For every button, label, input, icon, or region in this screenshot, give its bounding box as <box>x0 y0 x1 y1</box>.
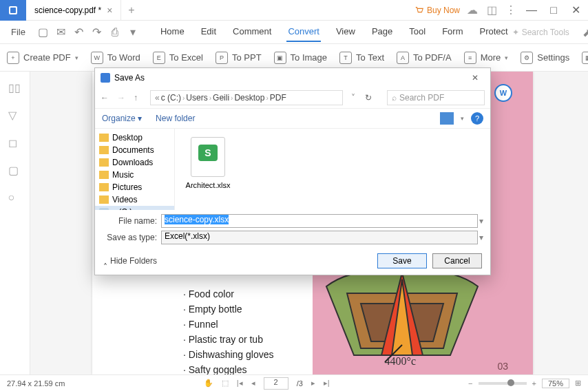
tree-item[interactable]: Pictures <box>95 181 174 193</box>
breadcrumb-item[interactable]: PDF <box>270 93 286 103</box>
to-ppt-button[interactable]: PTo PPT <box>216 52 262 64</box>
maximize-button[interactable]: □ <box>545 2 562 19</box>
view-mode-button[interactable] <box>440 112 454 125</box>
hide-folders-button[interactable]: ˅Hide Folders <box>103 256 157 266</box>
batch-icon: ▦ <box>582 52 588 64</box>
tree-item[interactable]: Desktop <box>95 131 174 144</box>
redo-icon[interactable]: ↷ <box>90 25 104 39</box>
page-total: /3 <box>297 379 303 388</box>
file-type-select[interactable]: Excel(*.xlsx) <box>161 231 478 244</box>
new-tab-button[interactable]: + <box>121 4 141 17</box>
zoom-in-button[interactable]: + <box>532 379 536 388</box>
breadcrumb-item[interactable]: c (C:) <box>161 93 181 103</box>
refresh-button[interactable]: ↻ <box>359 93 377 103</box>
settings-button[interactable]: ⚙Settings <box>521 52 569 64</box>
thumbnails-icon[interactable]: ▯▯ <box>8 81 22 95</box>
comment-icon[interactable]: ◻ <box>8 136 22 150</box>
tree-item[interactable]: Downloads <box>95 156 174 169</box>
batch-convert-button[interactable]: ▦Batch Conve› <box>582 52 588 64</box>
menu-home[interactable]: Home <box>159 22 186 42</box>
bookmark-icon[interactable]: ▽ <box>8 109 22 123</box>
new-folder-button[interactable]: New folder <box>156 114 195 123</box>
nav-up-button[interactable]: ↑ <box>134 93 146 103</box>
file-name-label: File name: <box>102 216 161 226</box>
prev-page-button[interactable]: ◂ <box>251 379 255 388</box>
to-pdfa-button[interactable]: ATo PDF/A <box>397 52 452 64</box>
help-button[interactable]: ? <box>471 112 483 125</box>
nav-forward-button[interactable]: → <box>117 93 129 103</box>
cancel-button[interactable]: Cancel <box>432 253 482 268</box>
image-icon: ▣ <box>274 52 286 64</box>
zoom-value[interactable]: 75% <box>542 379 569 388</box>
to-image-button[interactable]: ▣To Image <box>274 52 327 64</box>
search-tools-input[interactable]: ✦ Search Tools <box>512 28 574 37</box>
to-word-button[interactable]: WTo Word <box>91 52 140 64</box>
menu-edit[interactable]: Edit <box>200 22 218 42</box>
open-external-icon[interactable]: ⬈ <box>582 26 588 39</box>
breadcrumb-item[interactable]: Users <box>186 93 207 103</box>
pdfa-icon: A <box>397 52 409 64</box>
tree-item[interactable]: Documents <box>95 144 174 156</box>
menu-page[interactable]: Page <box>370 22 394 42</box>
to-text-button[interactable]: TTo Text <box>339 52 384 64</box>
print-icon[interactable]: ⎙ <box>108 25 122 39</box>
attachment-icon[interactable]: ▢ <box>8 164 22 178</box>
tree-item[interactable]: Music <box>95 169 174 181</box>
create-pdf-button[interactable]: +Create PDF▾ <box>7 52 78 64</box>
menu-view[interactable]: View <box>335 22 357 42</box>
first-page-button[interactable]: |◂ <box>237 379 243 388</box>
nav-back-button[interactable]: ← <box>101 93 113 103</box>
file-menu[interactable]: File <box>6 27 31 37</box>
next-page-button[interactable]: ▸ <box>311 379 315 388</box>
notify-icon[interactable]: ◫ <box>485 3 498 17</box>
to-excel-button[interactable]: ETo Excel <box>153 52 203 64</box>
cloud-icon[interactable]: ☁ <box>465 3 479 17</box>
buy-now-link[interactable]: Buy Now <box>414 6 460 15</box>
more-menu-icon[interactable]: ⋮ <box>504 3 518 17</box>
dialog-close-button[interactable]: ✕ <box>465 73 485 83</box>
tree-item[interactable]: Videos <box>95 193 174 206</box>
organize-menu[interactable]: Organize ▾ <box>102 114 142 123</box>
menu-protect[interactable]: Protect <box>478 22 509 42</box>
last-page-button[interactable]: ▸| <box>324 379 330 388</box>
close-tab-icon[interactable]: × <box>107 5 112 16</box>
search-folder-input[interactable]: ⌕Search PDF <box>387 90 485 105</box>
path-dropdown-icon[interactable]: ˅ <box>351 93 355 103</box>
text-icon: T <box>339 52 352 64</box>
zoom-out-button[interactable]: − <box>468 379 472 388</box>
wand-icon: ✦ <box>512 28 519 37</box>
filename-dropdown-icon[interactable]: ▾ <box>479 216 483 226</box>
close-button[interactable]: ✕ <box>567 2 584 19</box>
ppt-icon: P <box>216 52 228 64</box>
breadcrumb-item[interactable]: Desktop <box>234 93 264 103</box>
file-name-input[interactable]: science-copy.xlsx <box>161 214 478 228</box>
filetype-dropdown-icon[interactable]: ▾ <box>479 233 483 242</box>
save-button[interactable]: Save <box>377 253 427 268</box>
file-name: Architect.xlsx <box>183 181 233 189</box>
more-button[interactable]: ≡More▾ <box>464 52 509 64</box>
select-tool-icon[interactable]: ⬚ <box>222 379 229 388</box>
cart-icon <box>414 6 424 15</box>
search-icon[interactable]: ○ <box>8 191 22 205</box>
menu-comment[interactable]: Comment <box>231 22 273 42</box>
svg-rect-1 <box>10 8 16 13</box>
menu-form[interactable]: Form <box>441 22 464 42</box>
xlsx-icon: S <box>198 145 218 161</box>
menu-convert[interactable]: Convert <box>286 22 321 42</box>
mail-icon[interactable]: ✉ <box>54 25 68 39</box>
zoom-slider[interactable] <box>479 382 527 385</box>
chevron-down-icon[interactable]: ▾ <box>126 25 140 39</box>
breadcrumb-item[interactable]: Geili <box>213 93 229 103</box>
hand-tool-icon[interactable]: ✋ <box>204 379 213 388</box>
minimize-button[interactable]: — <box>523 2 540 19</box>
fit-page-icon[interactable]: ⊞ <box>575 379 581 388</box>
page-number: 03 <box>497 361 508 372</box>
page-dimensions: 27.94 x 21.59 cm <box>7 379 65 388</box>
menu-tool[interactable]: Tool <box>408 22 427 42</box>
document-tab[interactable]: science-copy.pdf * × <box>26 0 121 21</box>
file-item[interactable]: S Architect.xlsx <box>183 137 233 189</box>
undo-icon[interactable]: ↶ <box>72 25 86 39</box>
page-current-input[interactable]: 2 <box>264 377 288 390</box>
save-icon[interactable]: ▢ <box>36 25 50 39</box>
word-export-badge[interactable]: W <box>494 84 512 102</box>
